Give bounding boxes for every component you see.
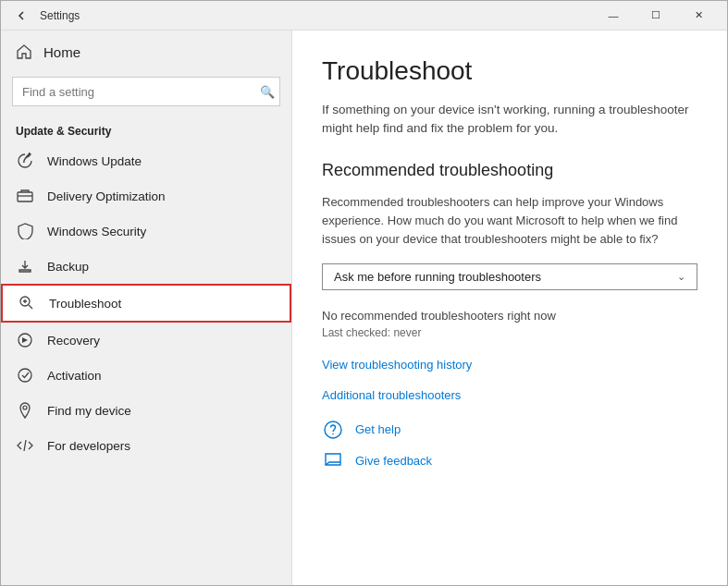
titlebar: Settings — ☐ ✕ — [1, 1, 727, 31]
help-icon — [322, 419, 344, 441]
section-title: Update & Security — [1, 117, 291, 143]
troubleshoot-icon — [18, 295, 36, 311]
close-button[interactable]: ✕ — [677, 1, 720, 31]
update-icon — [16, 153, 34, 169]
developers-icon — [16, 437, 34, 454]
sidebar-item-troubleshoot[interactable]: Troubleshoot — [1, 284, 291, 323]
window-controls: — ☐ ✕ — [592, 1, 720, 31]
give-feedback-link[interactable]: Give feedback — [355, 454, 432, 468]
backup-icon — [16, 258, 34, 275]
delivery-icon — [16, 188, 34, 204]
dropdown-value: Ask me before running troubleshooters — [334, 270, 541, 284]
chevron-down-icon: ⌄ — [677, 271, 685, 283]
search-container: 🔍 — [12, 77, 280, 106]
svg-rect-0 — [18, 192, 32, 201]
sidebar-item-label: Find my device — [47, 404, 131, 418]
sidebar-item-label: Windows Update — [47, 154, 142, 168]
sidebar-item-delivery-optimization[interactable]: Delivery Optimization — [1, 178, 291, 214]
sidebar-home-button[interactable]: Home — [1, 31, 291, 73]
sidebar-item-label: Activation — [47, 369, 102, 383]
content-area: Home 🔍 Update & Security Windows Update — [1, 31, 727, 585]
main-content: Troubleshoot If something on your device… — [292, 31, 727, 585]
additional-troubleshooters-link[interactable]: Additional troubleshooters — [322, 388, 697, 402]
sidebar-item-activation[interactable]: Activation — [1, 358, 291, 393]
sidebar-item-backup[interactable]: Backup — [1, 249, 291, 284]
view-history-link[interactable]: View troubleshooting history — [322, 358, 697, 372]
sidebar-item-label: Delivery Optimization — [47, 189, 166, 203]
last-checked-text: Last checked: never — [322, 326, 697, 339]
sidebar-item-label: Windows Security — [47, 225, 146, 238]
home-label: Home — [43, 44, 80, 60]
titlebar-title: Settings — [34, 9, 592, 22]
minimize-button[interactable]: — — [592, 1, 635, 31]
search-icon[interactable]: 🔍 — [260, 85, 275, 99]
page-title: Troubleshoot — [322, 56, 697, 86]
get-help-link[interactable]: Get help — [355, 422, 401, 436]
feedback-icon — [322, 450, 344, 472]
back-button[interactable] — [8, 3, 34, 29]
svg-point-6 — [332, 433, 334, 435]
sidebar-item-label: Recovery — [47, 334, 100, 348]
search-input[interactable] — [12, 77, 280, 106]
troubleshooter-dropdown[interactable]: Ask me before running troubleshooters ⌄ — [322, 263, 697, 290]
svg-point-3 — [19, 369, 31, 382]
sidebar-item-recovery[interactable]: Recovery — [1, 323, 291, 358]
maximize-button[interactable]: ☐ — [635, 1, 677, 31]
sidebar-item-label: For developers — [47, 439, 130, 453]
no-troubleshooters-text: No recommended troubleshooters right now — [322, 309, 697, 323]
sidebar-item-windows-update[interactable]: Windows Update — [1, 143, 291, 178]
give-feedback-item: Give feedback — [322, 450, 697, 472]
sidebar-item-label: Troubleshoot — [49, 297, 121, 311]
svg-point-5 — [325, 421, 341, 438]
sidebar-item-label: Backup — [47, 260, 89, 274]
settings-window: Settings — ☐ ✕ Home 🔍 Update & Security — [0, 0, 728, 586]
activation-icon — [16, 367, 34, 384]
find-icon — [16, 402, 34, 419]
sidebar: Home 🔍 Update & Security Windows Update — [1, 31, 292, 585]
svg-point-4 — [23, 406, 27, 409]
home-icon — [16, 43, 32, 60]
shield-icon — [16, 223, 34, 239]
sidebar-item-for-developers[interactable]: For developers — [1, 428, 291, 463]
sidebar-item-windows-security[interactable]: Windows Security — [1, 214, 291, 249]
recommended-heading: Recommended troubleshooting — [322, 161, 697, 180]
page-description: If something on your device isn't workin… — [322, 101, 697, 139]
sidebar-item-find-my-device[interactable]: Find my device — [1, 393, 291, 428]
get-help-item: Get help — [322, 419, 697, 441]
recommended-description: Recommended troubleshooters can help imp… — [322, 193, 697, 249]
recovery-icon — [16, 332, 34, 348]
